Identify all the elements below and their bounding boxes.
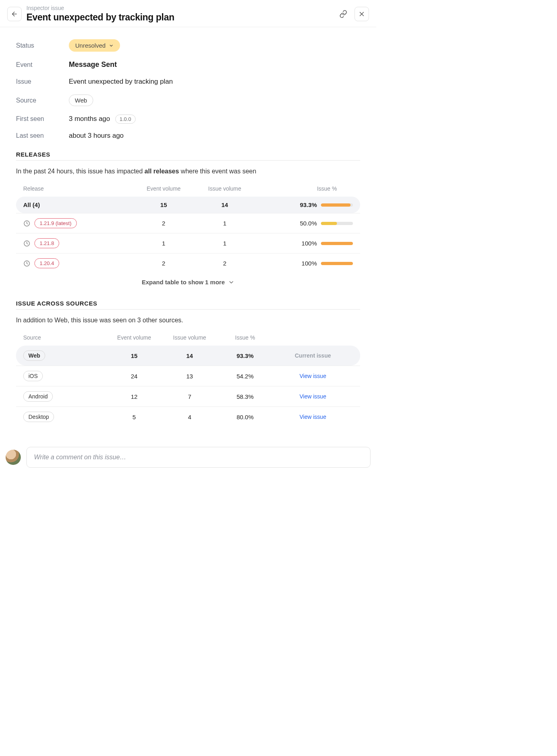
sources-row: Android12758.3%View issue xyxy=(16,386,360,406)
source-action[interactable]: View issue xyxy=(273,373,353,379)
releases-row[interactable]: 1.21.9 (latest)2150.0% xyxy=(16,213,360,233)
release-version-pill: 1.20.4 xyxy=(34,258,59,268)
firstseen-version-chip: 1.0.0 xyxy=(115,115,136,124)
sources-row: iOS241354.2%View issue xyxy=(16,366,360,386)
comment-bar: Write a comment on this issue… xyxy=(0,442,376,476)
topbar: Inspector issue Event unexpected by trac… xyxy=(0,0,376,27)
meta-value-firstseen: 3 months ago 1.0.0 xyxy=(69,115,136,123)
clock-icon xyxy=(23,260,30,267)
meta-label-status: Status xyxy=(16,42,60,49)
sources-table: Source Event volume Issue volume Issue %… xyxy=(16,330,360,427)
issue-pct-bar xyxy=(321,222,353,225)
content: Status Unresolved Event Message Sent Iss… xyxy=(0,27,376,431)
source-action[interactable]: View issue xyxy=(273,393,353,400)
source-chip: Web xyxy=(69,94,93,106)
close-button[interactable] xyxy=(355,7,369,21)
issue-pct-bar xyxy=(321,203,353,207)
close-icon xyxy=(358,10,365,18)
sources-row: Web151493.3%Current issue xyxy=(16,346,360,366)
status-value: Unresolved xyxy=(75,42,106,49)
comment-input[interactable]: Write a comment on this issue… xyxy=(26,447,371,468)
releases-desc: In the past 24 hours, this issue has imp… xyxy=(16,168,360,175)
divider xyxy=(16,309,360,310)
back-button[interactable] xyxy=(7,7,22,21)
arrow-left-icon xyxy=(11,10,18,18)
source-action[interactable]: View issue xyxy=(273,414,353,420)
source-chip: Web xyxy=(23,350,45,361)
avatar xyxy=(6,450,21,465)
releases-table-head: Release Event volume Issue volume Issue … xyxy=(16,181,360,197)
releases-title: RELEASES xyxy=(16,151,360,158)
meta-label-lastseen: Last seen xyxy=(16,132,60,139)
meta-label-event: Event xyxy=(16,61,60,68)
source-chip: Desktop xyxy=(23,412,54,422)
expand-releases-button[interactable]: Expand table to show 1 more xyxy=(16,273,360,289)
meta-value-lastseen: about 3 hours ago xyxy=(69,132,124,140)
breadcrumb: Inspector issue xyxy=(26,5,331,11)
divider xyxy=(16,160,360,161)
status-dropdown[interactable]: Unresolved xyxy=(69,39,120,52)
sources-title: ISSUE ACROSS SOURCES xyxy=(16,300,360,307)
chevron-down-icon xyxy=(109,43,114,48)
release-version-pill: 1.21.9 (latest) xyxy=(34,218,77,228)
releases-row[interactable]: 1.20.422100% xyxy=(16,253,360,273)
page-title: Event unexpected by tracking plan xyxy=(26,12,331,23)
releases-table: Release Event volume Issue volume Issue … xyxy=(16,181,360,273)
source-chip: Android xyxy=(23,391,53,402)
source-action: Current issue xyxy=(273,352,353,359)
meta-label-issue: Issue xyxy=(16,78,60,85)
meta-value-event: Message Sent xyxy=(69,60,117,69)
sources-table-head: Source Event volume Issue volume Issue % xyxy=(16,330,360,346)
sources-row: Desktop5480.0%View issue xyxy=(16,406,360,427)
releases-row[interactable]: 1.21.811100% xyxy=(16,233,360,253)
releases-row-all[interactable]: All (4) 15 14 93.3% xyxy=(16,197,360,213)
meta-label-source: Source xyxy=(16,97,60,104)
clock-icon xyxy=(23,240,30,247)
issue-pct-bar xyxy=(321,242,353,245)
sources-desc: In addition to Web, this issue was seen … xyxy=(16,317,360,324)
meta-value-issue: Event unexpected by tracking plan xyxy=(69,78,173,86)
issue-pct-bar xyxy=(321,262,353,265)
link-icon xyxy=(339,10,347,18)
chevron-down-icon xyxy=(228,279,234,286)
source-chip: iOS xyxy=(23,371,43,381)
copy-link-button[interactable] xyxy=(336,7,351,21)
meta-label-firstseen: First seen xyxy=(16,115,60,123)
clock-icon xyxy=(23,220,30,227)
release-version-pill: 1.21.8 xyxy=(34,238,59,248)
